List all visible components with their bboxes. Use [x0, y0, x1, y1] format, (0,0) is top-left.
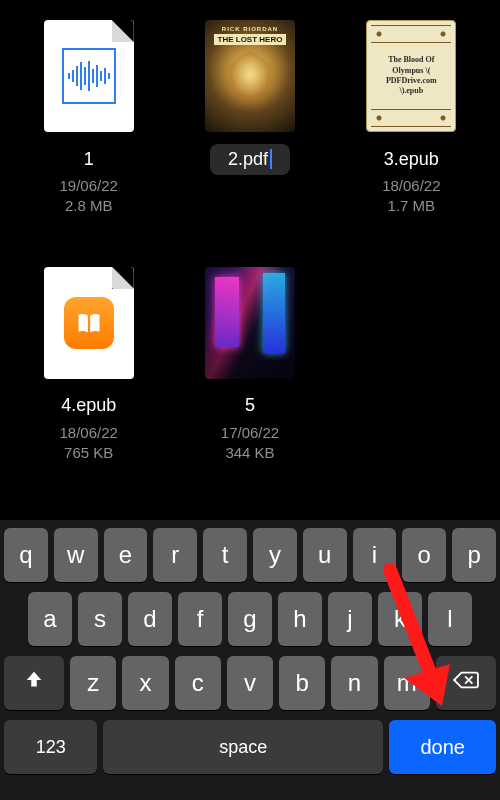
key-m[interactable]: m	[384, 656, 430, 710]
file-name: 5	[245, 395, 255, 416]
file-thumbnail-image	[205, 267, 295, 379]
file-meta: 17/06/22 344 KB	[221, 423, 279, 464]
key-y[interactable]: y	[253, 528, 297, 582]
shift-key[interactable]	[4, 656, 64, 710]
shift-icon	[23, 669, 45, 697]
key-n[interactable]: n	[331, 656, 377, 710]
key-q[interactable]: q	[4, 528, 48, 582]
file-item[interactable]: 1 19/06/22 2.8 MB	[12, 20, 165, 217]
text-cursor	[270, 149, 272, 169]
key-s[interactable]: s	[78, 592, 122, 646]
key-p[interactable]: p	[452, 528, 496, 582]
file-name: 4.epub	[61, 395, 116, 416]
key-d[interactable]: d	[128, 592, 172, 646]
onscreen-keyboard: qwertyuiop asdfghjkl zxcvbnm 123 space d…	[0, 520, 500, 800]
rename-value: 2.pdf	[228, 149, 268, 170]
key-r[interactable]: r	[153, 528, 197, 582]
key-k[interactable]: k	[378, 592, 422, 646]
backspace-key[interactable]	[436, 656, 496, 710]
key-c[interactable]: c	[175, 656, 221, 710]
key-o[interactable]: o	[402, 528, 446, 582]
key-f[interactable]: f	[178, 592, 222, 646]
file-name: 1	[84, 149, 94, 170]
file-thumbnail-cover: The Blood Of Olympus \( PDFDrive.com \).…	[366, 20, 456, 132]
file-grid: 1 19/06/22 2.8 MB RICK RIORDAN THE LOST …	[0, 0, 500, 463]
ibooks-icon	[64, 297, 114, 349]
key-x[interactable]: x	[122, 656, 168, 710]
file-meta: 18/06/22 765 KB	[59, 423, 117, 464]
file-thumbnail-ibooks	[44, 267, 134, 379]
key-w[interactable]: w	[54, 528, 98, 582]
rename-input[interactable]: 2.pdf	[210, 144, 290, 175]
file-thumbnail-cover: RICK RIORDAN THE LOST HERO	[205, 20, 295, 132]
key-i[interactable]: i	[353, 528, 397, 582]
space-key[interactable]: space	[103, 720, 383, 774]
key-l[interactable]: l	[428, 592, 472, 646]
file-name: 3.epub	[384, 149, 439, 170]
file-thumbnail-audio	[44, 20, 134, 132]
audio-waveform-icon	[62, 48, 116, 104]
backspace-icon	[452, 669, 480, 697]
file-item[interactable]: 5 17/06/22 344 KB	[173, 267, 326, 464]
numeric-key[interactable]: 123	[4, 720, 97, 774]
key-a[interactable]: a	[28, 592, 72, 646]
key-z[interactable]: z	[70, 656, 116, 710]
file-item[interactable]: The Blood Of Olympus \( PDFDrive.com \).…	[335, 20, 488, 217]
key-h[interactable]: h	[278, 592, 322, 646]
key-g[interactable]: g	[228, 592, 272, 646]
file-meta: 19/06/22 2.8 MB	[59, 176, 117, 217]
key-j[interactable]: j	[328, 592, 372, 646]
key-b[interactable]: b	[279, 656, 325, 710]
file-meta: 18/06/22 1.7 MB	[382, 176, 440, 217]
key-v[interactable]: v	[227, 656, 273, 710]
key-e[interactable]: e	[104, 528, 148, 582]
done-key[interactable]: done	[389, 720, 496, 774]
file-item[interactable]: RICK RIORDAN THE LOST HERO 2.pdf	[173, 20, 326, 217]
key-t[interactable]: t	[203, 528, 247, 582]
file-item[interactable]: 4.epub 18/06/22 765 KB	[12, 267, 165, 464]
key-u[interactable]: u	[303, 528, 347, 582]
